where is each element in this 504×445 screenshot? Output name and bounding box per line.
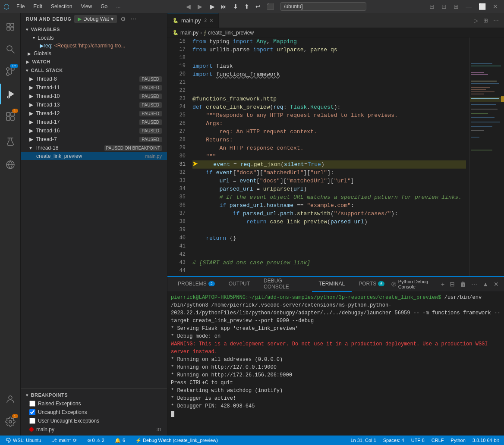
uncaught-exceptions-checkbox[interactable] <box>29 409 35 415</box>
thread-13[interactable]: ▶ Thread-13 PAUSED <box>21 100 167 109</box>
close-button[interactable]: ✕ <box>490 2 501 11</box>
activity-search[interactable] <box>0 39 21 60</box>
encoding-status[interactable]: UTF-8 <box>410 438 426 443</box>
activity-test[interactable] <box>0 132 21 153</box>
thread-8[interactable]: ▶ Thread-8 PAUSED <box>21 75 167 83</box>
menu-go[interactable]: Go <box>97 3 111 10</box>
terminal-tab[interactable]: TERMINAL <box>312 277 352 292</box>
activity-run-debug[interactable] <box>0 84 21 104</box>
user-uncaught-exceptions-checkbox[interactable] <box>29 418 35 424</box>
menu-view[interactable]: View <box>77 3 95 10</box>
thread-17[interactable]: ▶ Thread-17 PAUSED <box>21 118 167 126</box>
search-input[interactable] <box>280 2 366 11</box>
position-status[interactable]: Ln 31, Col 1 <box>349 438 378 443</box>
watch-header[interactable]: ▶ WATCH <box>21 57 167 66</box>
notifications-status[interactable]: 🔔 6 <box>113 438 127 443</box>
debug-config-button[interactable]: ▶ Debug Wat ▾ <box>74 15 117 23</box>
panel-more-button[interactable]: ⋯ <box>469 280 479 288</box>
maximize-button[interactable]: ⬜ <box>476 2 488 11</box>
problems-tab[interactable]: PROBLEMS 2 <box>171 277 222 292</box>
terminal-line-11: * Debugger PIN: 428-098-645 <box>171 402 501 410</box>
breadcrumb-function[interactable]: ⨍ create_link_preview <box>204 30 254 36</box>
add-terminal-button[interactable]: + <box>439 280 446 288</box>
breakpoints-header[interactable]: ▾ BREAKPOINTS <box>21 391 167 399</box>
wsl-status[interactable]: WSL: Ubuntu <box>3 437 43 443</box>
call-stack-header[interactable]: ▾ CALL STACK <box>21 66 167 75</box>
language-status[interactable]: Python <box>449 438 467 443</box>
eol-status[interactable]: CRLF <box>430 438 446 443</box>
chevron-icon: ▶ <box>40 43 44 49</box>
debug-more-button[interactable]: ⋯ <box>129 15 137 23</box>
activity-source-control[interactable]: 1+ <box>0 61 21 82</box>
svg-rect-37 <box>471 137 479 138</box>
panel-close-button[interactable]: ✕ <box>492 280 501 288</box>
thread-10[interactable]: ▶ Thread-10 PAUSED <box>21 92 167 100</box>
thread-16[interactable]: ▶ Thread-16 PAUSED <box>21 126 167 135</box>
active-frame[interactable]: create_link_preview main.py <box>21 152 167 160</box>
main-py-breakpoint[interactable]: main.py 31 <box>21 425 167 434</box>
raised-exceptions-checkbox[interactable] <box>29 401 35 407</box>
line-num-23: 23 <box>171 95 186 103</box>
python-version-status[interactable]: 3.8.10 64-bit <box>471 438 501 443</box>
main-py-tab[interactable]: 🐍 main.py 2 × <box>167 13 219 28</box>
code-editor[interactable]: 16 17 18 19 20 21 22 23 24 25 26 27 28 2… <box>167 38 469 276</box>
locals-subsection: ▾ Locals ▶ req : <Request 'http://charmi… <box>21 34 167 50</box>
terminal-content[interactable]: pierrick@LAPTOP-HKU5PNNG:~/git/add-ons-s… <box>167 292 504 436</box>
minimize-button[interactable]: — <box>463 2 474 11</box>
output-tab[interactable]: OUTPUT <box>222 277 257 292</box>
spaces-status[interactable]: Spaces: 4 <box>381 438 406 443</box>
step-out-button[interactable]: ⬆ <box>242 2 252 11</box>
debug-watch-status[interactable]: ⚡ Debug Watch (create_link_preview) <box>134 438 220 443</box>
branch-status[interactable]: ⎇ main* ⟳ <box>50 438 78 443</box>
tab-modified: 2 <box>205 18 207 23</box>
activity-extensions[interactable]: 1 <box>0 106 21 127</box>
activity-accounts[interactable] <box>0 389 21 410</box>
thread-18[interactable]: ▾ Thread-18 PAUSED ON BREAKPOINT <box>21 144 167 152</box>
continue-button[interactable]: ▶ <box>208 2 217 11</box>
activity-remote[interactable] <box>0 154 21 175</box>
user-uncaught-exceptions-item[interactable]: User Uncaught Exceptions <box>21 417 167 425</box>
variables-header[interactable]: ▾ VARIABLES <box>21 25 167 34</box>
nav-forward-button[interactable]: ▶ <box>196 2 204 11</box>
tab-close-button[interactable]: × <box>209 17 213 25</box>
watch-chevron: ▶ <box>26 60 30 64</box>
layout-button[interactable]: ⊟ <box>427 2 437 11</box>
menu-file[interactable]: File <box>13 3 28 10</box>
panel-layout-button[interactable]: ⊡ <box>439 2 449 11</box>
breadcrumb-file[interactable]: 🐍 main.py <box>173 30 198 36</box>
restart-button[interactable]: ↩ <box>253 2 263 11</box>
split-editor-button[interactable]: ⊞ <box>482 16 490 25</box>
raised-exceptions-item[interactable]: Raised Exceptions <box>21 399 167 408</box>
step-over-button[interactable]: ⏭ <box>218 2 230 11</box>
nav-back-button[interactable]: ◀ <box>184 2 192 11</box>
variables-section: ▾ VARIABLES ▾ Locals ▶ req : <Request 'h… <box>21 25 167 57</box>
terminal-split-button[interactable]: ⊟ <box>448 280 457 288</box>
panel-maximize-button[interactable]: ▲ <box>481 280 490 288</box>
line-num-16: 16 <box>171 38 186 46</box>
debug-settings-button[interactable]: ⚙ <box>120 15 127 23</box>
errors-status[interactable]: ⊗ 0 ⚠ 2 <box>85 438 106 443</box>
uncaught-exceptions-item[interactable]: Uncaught Exceptions <box>21 408 167 417</box>
stop-button[interactable]: ⬛ <box>264 2 277 11</box>
run-button[interactable]: ▷ <box>472 16 480 25</box>
locals-header[interactable]: ▾ Locals <box>28 34 167 42</box>
req-variable[interactable]: ▶ req : <Request 'http://charming-tro... <box>28 42 167 50</box>
globals-row[interactable]: ▶ Globals <box>21 50 167 57</box>
menu-edit[interactable]: Edit <box>30 3 46 10</box>
paused-badge: PAUSED <box>139 137 162 142</box>
ports-tab[interactable]: PORTS 6 <box>352 277 391 292</box>
editor-more-button[interactable]: ⋯ <box>491 16 501 25</box>
thread-11[interactable]: ▶ Thread-11 PAUSED <box>21 83 167 92</box>
activity-settings[interactable]: 1 <box>0 411 21 432</box>
code-line-40: return {} <box>192 234 466 242</box>
step-into-button[interactable]: ⬇ <box>230 2 241 11</box>
menu-more[interactable]: ... <box>113 3 124 10</box>
activity-explorer[interactable] <box>0 16 21 37</box>
thread-7[interactable]: ▶ Thread-7 PAUSED <box>21 135 167 144</box>
debug-console-tab[interactable]: DEBUG CONSOLE <box>257 277 312 292</box>
split-layout-button[interactable]: ⊞ <box>451 2 461 11</box>
menu-selection[interactable]: Selection <box>47 3 76 10</box>
thread-12[interactable]: ▶ Thread-12 PAUSED <box>21 109 167 118</box>
terminal-trash-button[interactable]: 🗑 <box>458 280 468 288</box>
svg-rect-30 <box>471 104 496 105</box>
